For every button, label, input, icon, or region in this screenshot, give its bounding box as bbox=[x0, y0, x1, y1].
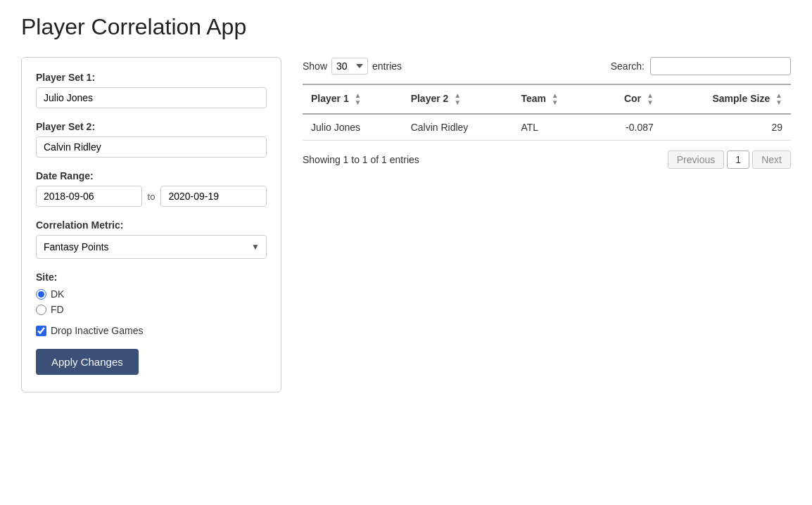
metric-select[interactable]: Fantasy Points Points Assists bbox=[36, 235, 267, 259]
next-button[interactable]: Next bbox=[752, 151, 791, 169]
drop-inactive-row: Drop Inactive Games bbox=[36, 325, 267, 336]
cell-cor: -0.087 bbox=[593, 114, 662, 141]
date-to-separator: to bbox=[148, 191, 156, 202]
col-player2: Player 2 ▲▼ bbox=[402, 84, 513, 114]
player-set-1-input[interactable] bbox=[36, 87, 267, 108]
results-table: Player 1 ▲▼ Player 2 ▲▼ Team ▲▼ Cor ▲▼ bbox=[303, 84, 791, 141]
col-sample-size: Sample Size ▲▼ bbox=[662, 84, 791, 114]
search-input[interactable] bbox=[650, 57, 791, 75]
pagination-row: Showing 1 to 1 of 1 entries Previous 1 N… bbox=[303, 151, 791, 169]
col-team: Team ▲▼ bbox=[512, 84, 593, 114]
col-sample-size-sort[interactable]: ▲▼ bbox=[775, 92, 782, 106]
show-label: Show bbox=[303, 60, 327, 72]
table-controls-row: Show 10 25 30 50 100 entries Search: bbox=[303, 57, 791, 75]
site-fd-radio[interactable] bbox=[36, 305, 46, 315]
cell-player2: Calvin Ridley bbox=[402, 114, 513, 141]
player-set-2-input[interactable] bbox=[36, 136, 267, 158]
correlation-metric-group: Correlation Metric: Fantasy Points Point… bbox=[36, 219, 267, 259]
col-player1-sort[interactable]: ▲▼ bbox=[355, 92, 362, 106]
player-set-1-group: Player Set 1: bbox=[36, 72, 267, 108]
site-dk-label: DK bbox=[51, 288, 64, 300]
table-row: Julio Jones Calvin Ridley ATL -0.087 29 bbox=[303, 114, 791, 141]
entries-select[interactable]: 10 25 30 50 100 bbox=[331, 58, 368, 75]
drop-inactive-checkbox[interactable] bbox=[36, 326, 46, 336]
date-to-input[interactable] bbox=[160, 186, 267, 207]
date-from-input[interactable] bbox=[36, 186, 142, 207]
cell-player1: Julio Jones bbox=[303, 114, 402, 141]
cell-sample-size: 29 bbox=[662, 114, 791, 141]
sidebar-panel: Player Set 1: Player Set 2: Date Range: … bbox=[21, 57, 281, 392]
col-cor: Cor ▲▼ bbox=[593, 84, 662, 114]
search-row: Search: bbox=[611, 57, 791, 75]
site-fd-label: FD bbox=[51, 304, 64, 315]
cell-team: ATL bbox=[512, 114, 593, 141]
drop-inactive-label: Drop Inactive Games bbox=[51, 325, 144, 336]
table-header-row: Player 1 ▲▼ Player 2 ▲▼ Team ▲▼ Cor ▲▼ bbox=[303, 84, 791, 114]
current-page: 1 bbox=[727, 151, 749, 169]
player-set-2-label: Player Set 2: bbox=[36, 121, 267, 132]
entries-label: entries bbox=[372, 60, 402, 72]
table-area: Show 10 25 30 50 100 entries Search: bbox=[303, 57, 791, 169]
app-title: Player Correlation App bbox=[21, 14, 791, 40]
metric-select-wrapper[interactable]: Fantasy Points Points Assists ▼ bbox=[36, 235, 267, 259]
apply-changes-button[interactable]: Apply Changes bbox=[36, 349, 139, 375]
correlation-metric-label: Correlation Metric: bbox=[36, 219, 267, 231]
col-team-sort[interactable]: ▲▼ bbox=[552, 92, 559, 106]
showing-text: Showing 1 to 1 of 1 entries bbox=[303, 154, 419, 165]
date-range-label: Date Range: bbox=[36, 170, 267, 181]
col-player2-sort[interactable]: ▲▼ bbox=[454, 92, 461, 106]
col-cor-sort[interactable]: ▲▼ bbox=[647, 92, 654, 106]
player-set-1-label: Player Set 1: bbox=[36, 72, 267, 83]
site-radio-group: DK FD bbox=[36, 288, 267, 315]
show-entries-group: Show 10 25 30 50 100 entries bbox=[303, 58, 402, 75]
site-dk-item: DK bbox=[36, 288, 267, 300]
date-range-group: Date Range: to bbox=[36, 170, 267, 207]
prev-button[interactable]: Previous bbox=[668, 151, 724, 169]
site-dk-radio[interactable] bbox=[36, 289, 46, 300]
search-label: Search: bbox=[611, 60, 645, 72]
pagination-controls: Previous 1 Next bbox=[668, 151, 791, 169]
player-set-2-group: Player Set 2: bbox=[36, 121, 267, 158]
col-player1: Player 1 ▲▼ bbox=[303, 84, 402, 114]
site-label: Site: bbox=[36, 271, 267, 283]
site-section: Site: DK FD bbox=[36, 271, 267, 315]
site-fd-item: FD bbox=[36, 304, 267, 315]
